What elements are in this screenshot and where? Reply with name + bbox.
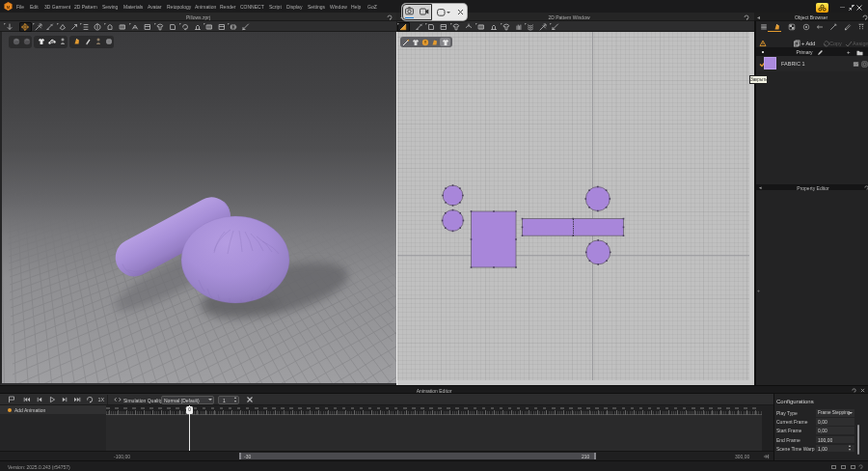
svg-text:1X: 1X (98, 397, 105, 402)
